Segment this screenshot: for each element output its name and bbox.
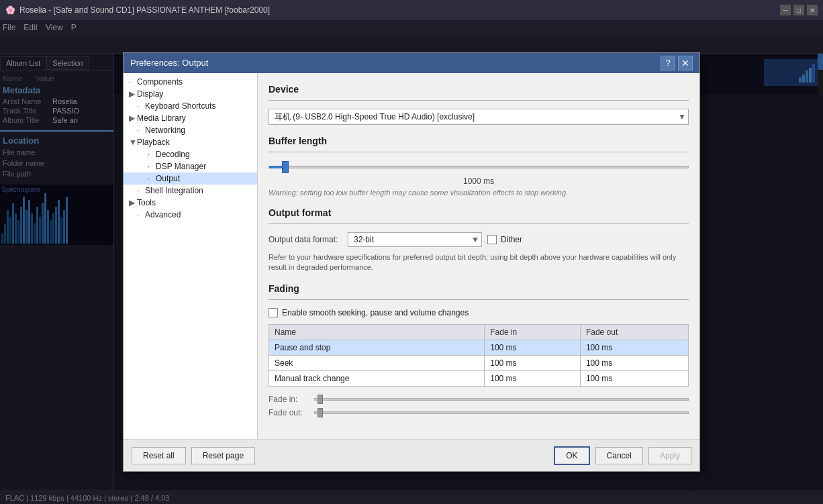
fading-col-name: Name [269,325,485,340]
dither-label: Dither [501,235,522,244]
fading-row-fade-out: 100 ms [580,371,688,387]
app-titlebar: 🌸 Roselia - [Safe and Sound CD1] PASSION… [0,0,823,20]
device-select[interactable]: 耳机 (9- USB2.0 High-Speed True HD Audio) … [269,109,689,125]
fading-row-fade-out: 100 ms [580,340,688,356]
fading-row-name: Seek [269,356,485,371]
dialog-footer: Reset all Reset page OK Cancel Apply [124,439,699,471]
tree-item-dsp-manager[interactable]: ·DSP Manager [124,160,257,172]
dither-checkbox[interactable] [487,235,497,244]
buffer-warning: Warning: setting too low buffer length m… [269,189,689,197]
cancel-button[interactable]: Cancel [595,447,643,464]
format-select[interactable]: 32-bit 16-bit 24-bit Float [348,232,482,247]
tree-item-shell-integration[interactable]: ·Shell Integration [124,185,257,197]
tree-item-decoding[interactable]: ·Decoding [124,148,257,160]
device-section-title: Device [269,84,689,95]
bullet-icon: · [137,125,145,135]
fading-divider [269,299,689,300]
fading-row-pause-stop[interactable]: Pause and stop 100 ms 100 ms [269,340,689,356]
fading-row-seek[interactable]: Seek 100 ms 100 ms [269,356,689,371]
bullet-icon: · [148,150,156,159]
smooth-seeking-row: Enable smooth seeking, pause and volume … [269,308,689,317]
tree-item-output[interactable]: ·Output [124,172,257,185]
bullet-icon: · [137,210,145,219]
output-format-section: Output format Output data format: 32-bit… [269,207,689,273]
tree-panel: ·Components ▶Display ·Keyboard Shortcuts… [124,73,258,440]
fade-in-slider-track [314,398,689,401]
tree-item-components[interactable]: ·Components [124,76,257,88]
output-format-title: Output format [269,207,689,218]
tree-item-advanced[interactable]: ·Advanced [124,209,257,221]
maximize-button[interactable]: □ [793,5,804,15]
bullet-icon: · [148,174,156,183]
buffer-section-title: Buffer length [269,136,689,146]
buffer-section: Buffer length 1000 ms Warning: setting t… [269,136,689,197]
fade-out-slider-row: Fade out: [269,408,689,417]
fading-title: Fading [269,283,689,294]
fading-row-manual-track[interactable]: Manual track change 100 ms 100 ms [269,371,689,387]
dialog-titlebar: Preferences: Output ? ✕ [124,53,699,73]
reset-page-button[interactable]: Reset page [191,447,255,464]
fade-in-slider-row: Fade in: [269,395,689,404]
minimize-button[interactable]: ─ [780,5,791,15]
output-format-divider [269,223,689,224]
tree-item-tools[interactable]: ▶Tools [124,197,257,209]
fade-out-slider-thumb[interactable] [318,408,323,417]
bullet-icon: · [137,186,145,195]
dialog-body: ·Components ▶Display ·Keyboard Shortcuts… [124,73,699,440]
device-divider [269,100,689,101]
bullet-icon: · [129,77,137,87]
reset-all-button[interactable]: Reset all [132,447,186,464]
output-data-format-label: Output data format: [269,235,342,244]
tree-item-display[interactable]: ▶Display [124,88,257,100]
chevron-right-icon: ▶ [129,198,137,207]
tree-item-media-library[interactable]: ▶Media Library [124,112,257,124]
dither-row: Dither [487,235,522,244]
apply-button[interactable]: Apply [648,447,691,464]
chevron-right-icon: ▶ [129,89,137,99]
fading-row-fade-in: 100 ms [485,371,581,387]
buffer-slider-thumb[interactable] [282,161,289,173]
preferences-dialog: Preferences: Output ? ✕ ·Components ▶Dis… [123,52,700,472]
dialog-overlay: Preferences: Output ? ✕ ·Components ▶Dis… [0,20,823,504]
fading-col-fade-in: Fade in [485,325,581,340]
buffer-value: 1000 ms [269,177,689,186]
format-hint: Refer to your hardware specifications fo… [269,252,689,273]
tree-item-keyboard-shortcuts[interactable]: ·Keyboard Shortcuts [124,100,257,112]
fading-row-fade-out: 100 ms [580,356,688,371]
tree-item-playback[interactable]: ▼Playback [124,136,257,148]
fading-row-name: Manual track change [269,371,485,387]
chevron-right-icon: ▶ [129,113,137,123]
device-select-container: 耳机 (9- USB2.0 High-Speed True HD Audio) … [269,109,689,125]
fading-row-fade-in: 100 ms [485,340,581,356]
output-format-row: Output data format: 32-bit 16-bit 24-bit… [269,232,689,247]
ok-button[interactable]: OK [554,446,589,465]
fade-out-label: Fade out: [269,408,309,417]
app-title: Roselia - [Safe and Sound CD1] PASSIONAT… [19,5,776,15]
dialog-close-button[interactable]: ✕ [678,56,693,70]
fading-section: Fading Enable smooth seeking, pause and … [269,283,689,417]
fading-col-fade-out: Fade out [580,325,688,340]
fading-row-name: Pause and stop [269,340,485,356]
close-button[interactable]: ✕ [807,5,818,15]
fade-in-slider-thumb[interactable] [318,395,323,404]
dialog-title: Preferences: Output [130,58,661,68]
app-icon: 🌸 [5,5,15,15]
buffer-slider-container [269,160,689,174]
bullet-icon: · [137,101,145,111]
fading-row-fade-in: 100 ms [485,356,581,371]
buffer-divider [269,152,689,152]
window-controls: ─ □ ✕ [780,5,818,15]
dialog-help-button[interactable]: ? [661,56,675,70]
tree-item-networking[interactable]: ·Networking [124,124,257,136]
smooth-seeking-checkbox[interactable] [269,308,278,317]
content-panel: Device 耳机 (9- USB2.0 High-Speed True HD … [258,73,699,440]
fading-table: Name Fade in Fade out Pause and stop 100… [269,324,689,387]
chevron-down-icon: ▼ [129,138,137,147]
bullet-icon: · [148,162,156,171]
smooth-seeking-label: Enable smooth seeking, pause and volume … [282,308,469,317]
fade-in-label: Fade in: [269,395,309,404]
fade-out-slider-track [314,411,689,414]
buffer-slider-track [269,166,689,168]
format-select-container: 32-bit 16-bit 24-bit Float ▼ [348,232,482,247]
